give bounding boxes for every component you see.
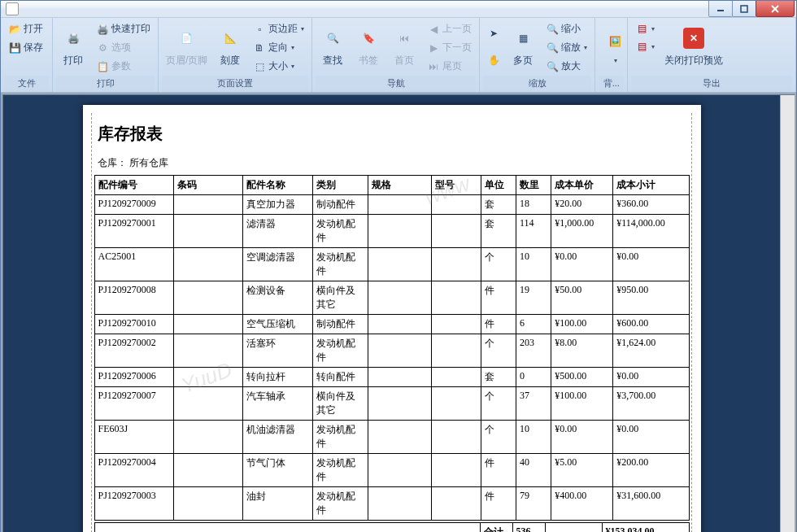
pointer-tool-button[interactable]: ➤ xyxy=(483,24,504,42)
pdf-mail-icon: ▤ xyxy=(635,40,648,53)
size-button[interactable]: ⬚大小▾ xyxy=(249,57,308,76)
printer-icon: 🖨️ xyxy=(60,25,86,51)
hand-tool-button[interactable]: ✋ xyxy=(483,51,504,69)
group-nav-label: 导航 xyxy=(316,76,476,92)
table-row: PJ1209270001滤清器发动机配件套114¥1,000.00¥114,00… xyxy=(94,215,689,248)
first-page-button[interactable]: ⏮首页 xyxy=(387,20,421,73)
total-label: 合计 xyxy=(480,523,512,533)
app-icon xyxy=(6,2,19,15)
col-header: 条码 xyxy=(174,176,243,195)
group-pagesetup-label: 页面设置 xyxy=(162,76,308,92)
table-row: PJ1209270002活塞环发动机配件个203¥8.00¥1,624.00 xyxy=(94,334,689,368)
find-icon: 🔍 xyxy=(320,25,346,51)
table-row: FE603J机油滤清器发动机配件个10¥0.00¥0.00 xyxy=(94,421,689,454)
group-zoom-label: 缩放 xyxy=(483,76,591,92)
open-icon: 📂 xyxy=(8,23,21,36)
multipage-button[interactable]: ▦多页 xyxy=(506,20,540,73)
report-title: 库存报表 xyxy=(94,120,690,153)
warehouse-line: 仓库： 所有仓库 xyxy=(94,153,690,175)
save-icon: 💾 xyxy=(8,41,21,55)
margins-icon: ▫ xyxy=(253,23,266,36)
total-sub: ¥153,034.00 xyxy=(602,523,689,533)
multipage-icon: ▦ xyxy=(510,25,536,51)
close-preview-icon: ✕ xyxy=(681,25,707,51)
bookmark-button[interactable]: 🔖书签 xyxy=(351,20,385,73)
svg-rect-1 xyxy=(741,6,747,12)
save-button[interactable]: 💾保存 xyxy=(4,38,47,57)
table-row: AC25001空调滤清器发动机配件个10¥0.00¥0.00 xyxy=(94,248,689,281)
col-header: 配件名称 xyxy=(242,176,313,195)
quick-print-icon: 🖨️ xyxy=(96,23,109,36)
hand-icon: ✋ xyxy=(487,54,500,67)
group-print-label: 打印 xyxy=(56,76,155,92)
table-row: PJ1209270006转向拉杆转向配件套0¥500.00¥0.00 xyxy=(94,368,689,387)
col-header: 规格 xyxy=(368,176,431,195)
bg-icon: 🖼️ xyxy=(602,28,628,55)
zoom-in-icon: 🔍 xyxy=(546,60,559,73)
open-button[interactable]: 📂打开 xyxy=(4,20,47,38)
margins-button[interactable]: ▫页边距▾ xyxy=(249,20,308,38)
next-icon: ▶ xyxy=(427,41,440,55)
options-button[interactable]: ⚙选项 xyxy=(92,38,155,57)
group-file-label: 文件 xyxy=(4,76,49,92)
col-header: 单位 xyxy=(481,176,516,195)
last-page-button[interactable]: ⏭尾页 xyxy=(423,57,476,76)
orient-button[interactable]: 🗎定向▾ xyxy=(249,38,308,57)
table-row: PJ1209270008检测设备横向件及其它件19¥50.00¥950.00 xyxy=(94,281,689,315)
document-area: 库存报表 仓库： 所有仓库 配件编号条码配件名称类别规格型号单位数里成本单价成本… xyxy=(1,93,796,532)
col-header: 成本单价 xyxy=(551,176,613,195)
orient-icon: 🗎 xyxy=(253,41,266,55)
bookmark-icon: 🔖 xyxy=(355,25,381,51)
prev-icon: ◀ xyxy=(427,23,440,36)
print-button[interactable]: 🖨️ 打印 xyxy=(56,20,90,73)
col-header: 类别 xyxy=(313,176,368,195)
titlebar xyxy=(1,1,796,18)
page: 库存报表 仓库： 所有仓库 配件编号条码配件名称类别规格型号单位数里成本单价成本… xyxy=(83,105,701,532)
header-footer-icon: 📄 xyxy=(174,25,200,51)
scale-button[interactable]: 📐 刻度 xyxy=(213,20,247,73)
scale-icon: 📐 xyxy=(217,25,243,51)
pdf-icon: ▤ xyxy=(635,22,648,35)
close-preview-button[interactable]: ✕ 关闭打印预览 xyxy=(660,20,727,73)
zoom-in-button[interactable]: 🔍放大 xyxy=(542,57,591,76)
col-header: 成本小计 xyxy=(613,176,689,195)
last-icon: ⏭ xyxy=(427,60,440,73)
pointer-icon: ➤ xyxy=(487,27,500,40)
table-row: PJ1209270009真空加力器制动配件套18¥20.00¥360.00 xyxy=(94,195,689,215)
table-row: PJ1209270004节气门体发动机配件件40¥5.00¥200.00 xyxy=(94,454,689,487)
next-page-button[interactable]: ▶下一页 xyxy=(423,38,476,57)
group-bg-label: 背... xyxy=(599,76,624,92)
ribbon: 📂打开 💾保存 文件 🖨️ 打印 🖨️快速打印 ⚙选项 📋参数 打印 xyxy=(1,18,796,93)
close-button[interactable] xyxy=(756,1,795,17)
export-pdf-button[interactable]: ▤▾ xyxy=(631,20,659,37)
zoom-out-button[interactable]: 🔍缩小 xyxy=(542,20,591,38)
table-row: PJ1209270003油封发动机配件件79¥400.00¥31,600.00 xyxy=(94,487,689,521)
params-button[interactable]: 📋参数 xyxy=(92,57,155,76)
background-button[interactable]: 🖼️▾ xyxy=(599,20,631,73)
minimize-button[interactable] xyxy=(708,1,733,17)
report-table: 配件编号条码配件名称类别规格型号单位数里成本单价成本小计 PJ120927000… xyxy=(94,175,690,521)
header-footer-button[interactable]: 📄 页眉/页脚 xyxy=(162,20,211,73)
table-row: PJ1209270007汽车轴承横向件及其它个37¥100.00¥3,700.0… xyxy=(94,387,689,421)
zoom-out-icon: 🔍 xyxy=(546,23,559,36)
quick-print-button[interactable]: 🖨️快速打印 xyxy=(92,20,155,38)
vertical-scrollbar[interactable] xyxy=(780,95,795,532)
zoom-to-button[interactable]: 🔍缩放▾ xyxy=(542,38,591,57)
total-qty: 536 xyxy=(512,523,545,533)
maximize-button[interactable] xyxy=(732,1,756,17)
prev-page-button[interactable]: ◀上一页 xyxy=(423,20,476,38)
zoom-icon: 🔍 xyxy=(546,41,559,55)
params-icon: 📋 xyxy=(96,60,109,73)
col-header: 数里 xyxy=(516,176,551,195)
col-header: 配件编号 xyxy=(94,176,174,195)
options-icon: ⚙ xyxy=(96,41,109,55)
col-header: 型号 xyxy=(431,176,481,195)
first-icon: ⏮ xyxy=(391,25,417,51)
group-export-label: 导出 xyxy=(631,76,792,92)
find-button[interactable]: 🔍查找 xyxy=(316,20,350,73)
size-icon: ⬚ xyxy=(253,60,266,73)
export-email-button[interactable]: ▤▾ xyxy=(631,37,659,55)
table-row: PJ1209270010空气压缩机制动配件件6¥100.00¥600.00 xyxy=(94,315,689,334)
